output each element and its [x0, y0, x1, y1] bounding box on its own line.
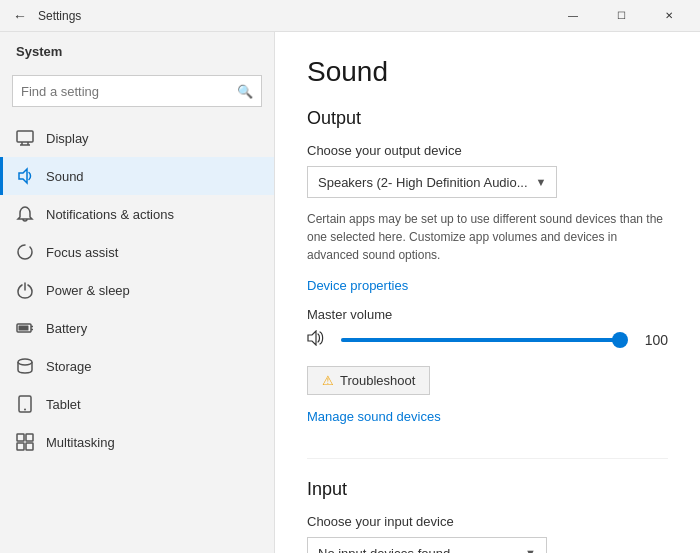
- minimize-button[interactable]: —: [550, 0, 596, 32]
- sidebar-item-sound[interactable]: Sound: [0, 157, 274, 195]
- storage-icon: [16, 357, 34, 375]
- back-button[interactable]: ←: [8, 4, 32, 28]
- slider-thumb[interactable]: [612, 332, 628, 348]
- svg-marker-16: [308, 331, 316, 345]
- sidebar-label-power: Power & sleep: [46, 283, 130, 298]
- output-dropdown-arrow: ▼: [536, 176, 547, 188]
- sidebar-label-notifications: Notifications & actions: [46, 207, 174, 222]
- power-icon: [16, 281, 34, 299]
- tablet-icon: [16, 395, 34, 413]
- device-properties-link[interactable]: Device properties: [307, 278, 408, 293]
- output-device-dropdown[interactable]: Speakers (2- High Definition Audio... ▼: [307, 166, 557, 198]
- notifications-icon: [16, 205, 34, 223]
- search-input[interactable]: [21, 84, 237, 99]
- svg-rect-8: [19, 326, 29, 331]
- divider: [307, 458, 668, 459]
- svg-rect-15: [26, 443, 33, 450]
- input-device-value: No input devices found: [318, 546, 517, 554]
- input-device-dropdown[interactable]: No input devices found ▼: [307, 537, 547, 553]
- sidebar-item-power[interactable]: Power & sleep: [0, 271, 274, 309]
- sidebar-label-multitasking: Multitasking: [46, 435, 115, 450]
- display-icon: [16, 129, 34, 147]
- svg-rect-13: [26, 434, 33, 441]
- troubleshoot-label: Troubleshoot: [340, 373, 415, 388]
- sidebar-label-tablet: Tablet: [46, 397, 81, 412]
- volume-value: 100: [632, 332, 668, 348]
- focus-icon: [16, 243, 34, 261]
- svg-rect-14: [17, 443, 24, 450]
- sidebar-label-focus: Focus assist: [46, 245, 118, 260]
- sidebar-label-storage: Storage: [46, 359, 92, 374]
- sidebar: System 🔍 Display Sound Notifications & a…: [0, 32, 275, 553]
- sidebar-item-focus[interactable]: Focus assist: [0, 233, 274, 271]
- output-device-value: Speakers (2- High Definition Audio...: [318, 175, 528, 190]
- manage-sound-link[interactable]: Manage sound devices: [307, 409, 441, 424]
- sidebar-item-tablet[interactable]: Tablet: [0, 385, 274, 423]
- svg-point-11: [24, 409, 26, 411]
- window-controls: — ☐ ✕: [550, 0, 692, 32]
- multitasking-icon: [16, 433, 34, 451]
- input-dropdown-arrow: ▼: [525, 547, 536, 553]
- slider-fill: [341, 338, 620, 342]
- output-device-label: Choose your output device: [307, 143, 668, 158]
- volume-label: Master volume: [307, 307, 668, 322]
- sidebar-label-battery: Battery: [46, 321, 87, 336]
- volume-icon: [307, 330, 329, 350]
- app-body: System 🔍 Display Sound Notifications & a…: [0, 32, 700, 553]
- svg-rect-0: [17, 131, 33, 142]
- sidebar-item-display[interactable]: Display: [0, 119, 274, 157]
- sidebar-label-sound: Sound: [46, 169, 84, 184]
- troubleshoot-button[interactable]: ⚠ Troubleshoot: [307, 366, 430, 395]
- sidebar-label-display: Display: [46, 131, 89, 146]
- close-button[interactable]: ✕: [646, 0, 692, 32]
- sidebar-item-storage[interactable]: Storage: [0, 347, 274, 385]
- volume-row: 100: [307, 330, 668, 350]
- sidebar-item-battery[interactable]: Battery: [0, 309, 274, 347]
- output-section-title: Output: [307, 108, 668, 129]
- svg-rect-12: [17, 434, 24, 441]
- maximize-button[interactable]: ☐: [598, 0, 644, 32]
- search-box[interactable]: 🔍: [12, 75, 262, 107]
- battery-icon: [16, 319, 34, 337]
- svg-marker-4: [19, 169, 27, 183]
- input-device-label: Choose your input device: [307, 514, 668, 529]
- input-section-title: Input: [307, 479, 668, 500]
- warning-icon: ⚠: [322, 373, 334, 388]
- titlebar: ← Settings — ☐ ✕: [0, 0, 700, 32]
- system-label: System: [0, 32, 274, 67]
- app-title: Settings: [38, 9, 550, 23]
- sidebar-item-multitasking[interactable]: Multitasking: [0, 423, 274, 461]
- content-area: Sound Output Choose your output device S…: [275, 32, 700, 553]
- search-icon: 🔍: [237, 84, 253, 99]
- output-info-text: Certain apps may be set up to use differ…: [307, 210, 668, 264]
- volume-section: Master volume 100: [307, 307, 668, 350]
- svg-point-9: [18, 359, 32, 365]
- sidebar-item-notifications[interactable]: Notifications & actions: [0, 195, 274, 233]
- volume-slider[interactable]: [341, 338, 620, 342]
- sound-icon: [16, 167, 34, 185]
- page-title: Sound: [307, 56, 668, 88]
